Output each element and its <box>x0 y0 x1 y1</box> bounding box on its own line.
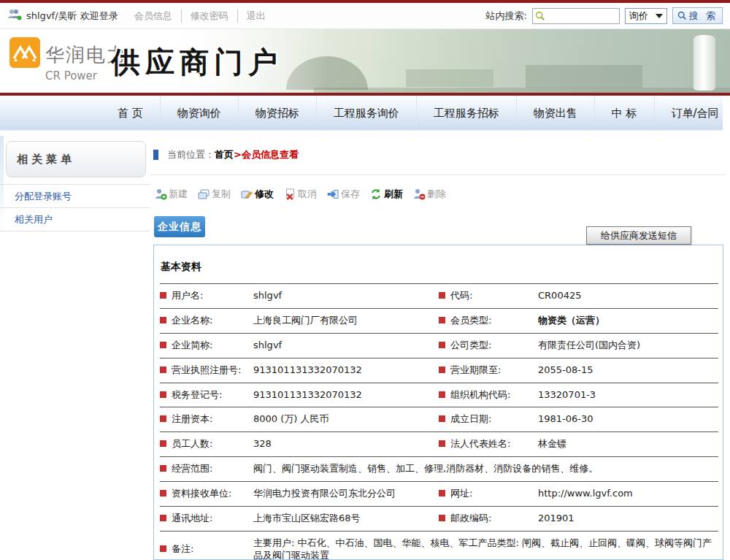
field-label: 会员类型: <box>450 315 491 326</box>
sidebar-item-related-users[interactable]: 相关用户 <box>0 208 150 231</box>
search-label: 站内搜索: <box>485 9 526 23</box>
nav-awarded[interactable]: 中 标 <box>594 96 654 131</box>
field-label: 备注: <box>172 543 193 554</box>
banner-art <box>694 35 715 91</box>
bullet-icon <box>160 545 166 552</box>
sidebar-item-assign-account[interactable]: 分配登录账号 <box>0 185 150 208</box>
table-row: 营业执照注册号: 913101131332070132 营业期限至: 2055-… <box>160 358 718 383</box>
tab-company-info[interactable]: 企业信息 <box>154 216 205 237</box>
chevron-down-icon <box>656 14 663 18</box>
bullet-icon <box>160 317 166 323</box>
bullet-icon <box>439 342 445 348</box>
table-row: 企业简称: shlgvf 公司类型: 有限责任公司(国内合资) <box>160 333 718 358</box>
send-sms-button[interactable]: 给供应商发送短信 <box>586 226 691 245</box>
field-value: http://www.lgvf.com <box>538 482 718 507</box>
user-group: shlgvf/吴昕 欢迎登录 <box>7 9 118 23</box>
field-value: 物资类（运营） <box>538 308 718 333</box>
field-value: 913101131332070132 <box>253 358 439 383</box>
bullet-icon <box>160 490 166 496</box>
breadcrumb-prefix: 当前位置： <box>167 148 215 161</box>
new-button[interactable]: 新建 <box>154 188 188 201</box>
cancel-button[interactable]: 取消 <box>283 188 317 201</box>
field-value: 有限责任公司(国内合资) <box>538 333 718 358</box>
breadcrumb-home[interactable]: 首页 <box>215 148 234 161</box>
field-value: shlgvf <box>253 333 439 358</box>
field-value: 主要用户: 中石化、中石油、国电、华能、核电、军工产品类型: 闸阀、截止阀、止回… <box>253 531 718 560</box>
field-label: 员工人数: <box>172 438 212 449</box>
field-value: 上海市宝山区锦宏路68号 <box>253 507 439 532</box>
field-label: 成立日期: <box>450 413 491 424</box>
magnifier-blue-icon <box>677 11 687 20</box>
bullet-icon <box>439 515 445 521</box>
field-label: 资料接收单位: <box>172 488 231 499</box>
nav-engineering-inquiry[interactable]: 工程服务询价 <box>316 96 416 131</box>
users-icon <box>7 9 22 23</box>
breadcrumb-marker-icon <box>153 150 158 160</box>
link-change-password[interactable]: 修改密码 <box>181 9 237 23</box>
copy-icon <box>197 188 210 201</box>
field-label: 营业期限至: <box>450 364 501 375</box>
nav-home[interactable]: 首 页 <box>101 96 160 131</box>
search-input-wrap <box>532 8 620 24</box>
bullet-icon <box>160 440 166 447</box>
search-category-select[interactable]: 询价 <box>625 8 667 24</box>
field-label: 注册资本: <box>172 413 212 424</box>
section-title: 基本资料 <box>161 261 723 274</box>
delete-button[interactable]: 删除 <box>412 188 446 201</box>
search-input[interactable] <box>532 8 620 24</box>
banner-art <box>314 88 730 93</box>
table-row: 备注: 主要用户: 中石化、中石油、国电、华能、核电、军工产品类型: 闸阀、截止… <box>160 531 718 560</box>
field-value: 1981-06-30 <box>538 407 718 432</box>
portal-title: 供应商门户 <box>111 42 283 83</box>
field-value: 13320701-3 <box>538 383 718 407</box>
nav-material-sale[interactable]: 物资出售 <box>516 96 594 131</box>
field-value: 阀门、阀门驱动装置制造、销售、加工、修理,消防器材、消防设备的销售、维修。 <box>253 457 718 482</box>
field-label: 公司类型: <box>450 340 491 350</box>
table-row: 员工人数: 328 法人代表姓名: 林金镖 <box>160 432 718 457</box>
breadcrumb-current: >会员信息查看 <box>234 148 299 161</box>
field-value: 2055-08-15 <box>538 358 718 383</box>
field-value: 华润电力投资有限公司东北分公司 <box>253 482 439 507</box>
link-logout[interactable]: 退出 <box>237 9 274 23</box>
nav-material-inquiry[interactable]: 物资询价 <box>160 96 238 131</box>
copy-button[interactable]: 复制 <box>197 188 231 201</box>
supplier-portal-page: shlgvf/吴昕 欢迎登录 会员信息 修改密码 退出 站内搜索: 询价 <box>0 0 730 560</box>
field-label: 法人代表姓名: <box>450 438 510 449</box>
search-button-label: 搜 索 <box>689 9 718 23</box>
sidebar-title: 相关菜单 <box>6 141 146 177</box>
breadcrumb: 当前位置： 首页 >会员信息查看 <box>153 148 299 161</box>
cancel-icon <box>283 188 296 201</box>
field-label: 税务登记号: <box>172 389 222 400</box>
search-category-value: 询价 <box>629 9 648 23</box>
save-button[interactable]: 保存 <box>326 188 360 201</box>
field-value: 201901 <box>538 507 718 532</box>
refresh-button[interactable]: 刷新 <box>369 188 403 201</box>
table-row: 企业名称: 上海良工阀门厂有限公司 会员类型: 物资类（运营） <box>160 308 718 333</box>
nav-engineering-tender[interactable]: 工程服务招标 <box>416 96 516 131</box>
bullet-icon <box>439 440 445 447</box>
field-label: 代码: <box>450 290 472 301</box>
bullet-icon <box>439 391 445 398</box>
bullet-icon <box>160 367 166 373</box>
topbar-links: 会员信息 修改密码 退出 <box>126 9 274 23</box>
edit-icon <box>240 188 253 201</box>
link-member-info[interactable]: 会员信息 <box>126 9 181 23</box>
field-label: 网址: <box>450 488 472 499</box>
bullet-icon <box>439 367 445 373</box>
sidebar-menu: 分配登录账号 相关用户 <box>0 184 150 231</box>
field-value: 328 <box>253 432 439 457</box>
search-button[interactable]: 搜 索 <box>672 7 723 24</box>
logged-in-user: shlgvf/吴昕 欢迎登录 <box>26 9 118 23</box>
nav-material-tender[interactable]: 物资招标 <box>238 96 316 131</box>
field-value: 8000 (万) 人民币 <box>253 407 439 432</box>
field-label: 邮政编码: <box>450 513 491 523</box>
modify-button[interactable]: 修改 <box>240 188 274 201</box>
table-row: 用户名: shlgvf 代码: CR00425 <box>160 284 718 309</box>
field-label: 营业执照注册号: <box>172 364 241 375</box>
field-value: 913101131332070132 <box>253 383 439 407</box>
bullet-icon <box>160 292 166 299</box>
magnifier-green-icon <box>535 11 545 21</box>
nav-orders-contracts[interactable]: 订单/合同 <box>654 96 730 131</box>
field-label: 企业简称: <box>172 340 212 350</box>
main-nav: 首 页 物资询价 物资招标 工程服务询价 工程服务招标 物资出售 中 标 订单/… <box>0 96 723 131</box>
